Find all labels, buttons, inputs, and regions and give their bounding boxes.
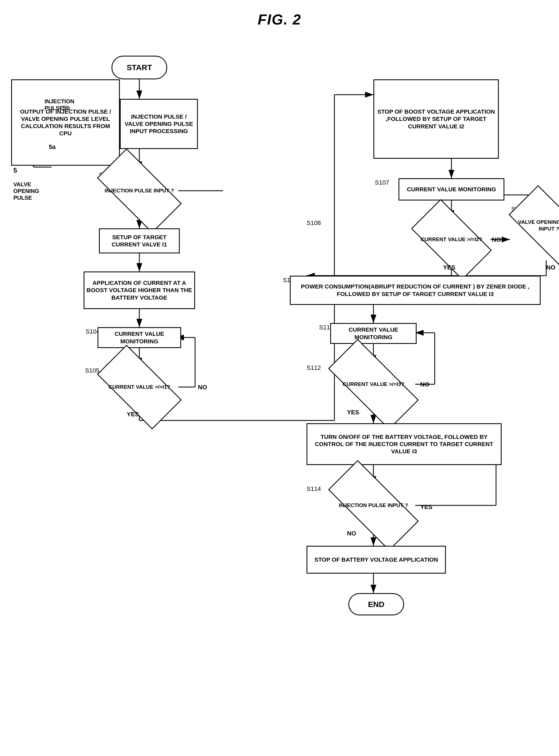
end-node: END [348, 593, 404, 615]
s110-box: POWER CONSUMPTION(ABRUPT REDUCTION OF CU… [290, 276, 541, 305]
s108-label: S108 [307, 219, 321, 227]
s114-label: S114 [307, 485, 321, 493]
s114-diamond: INJECTION PULSE INPUT ? [328, 460, 419, 550]
s108-no-label: NO [492, 236, 501, 243]
s112-label: S112 [307, 364, 321, 372]
s107-label: S107 [375, 179, 389, 186]
s115-box: STOP OF BATTERY VOLTAGE APPLICATION [307, 546, 446, 574]
s100-box: INJECTION PULSE / VALVE OPENING PULSE IN… [120, 99, 198, 149]
flowchart-diagram: START OUTPUT OF INJECTION PULSE / VALVE … [0, 33, 559, 756]
s103-box: APPLICATION OF CURRENT AT A BOOST VOLTAG… [84, 271, 195, 309]
ref-5-label: 5 [14, 166, 17, 174]
s109-no-label: NO [546, 264, 555, 271]
s113-box: TURN ON/OFF OF THE BATTERY VOLTAGE, FOLL… [307, 423, 501, 465]
cpu-output-box: OUTPUT OF INJECTION PULSE / VALVE OPENIN… [11, 79, 120, 166]
s107-box: CURRENT VALUE MONITORING [399, 178, 505, 200]
s105-diamond: CURRENT VALUE >/=I1? [97, 345, 182, 429]
s105-label: S105 [85, 367, 99, 374]
ref-5a-label: 5a [49, 143, 55, 151]
s104-box: CURRENT VALUE MONITORING [97, 327, 181, 348]
start-node: START [111, 56, 167, 79]
s112-no-label: NO [420, 381, 429, 388]
injection-pulse-label: INJECTION PULSE [45, 98, 84, 111]
s105-yes-label: YES [127, 411, 139, 418]
s102-box: SETUP OF TARGET CURRENT VALVE I1 [99, 228, 180, 253]
valve-opening-pulse-label: VALVE OPENING PULSE [14, 181, 52, 201]
s109-diamond: VALVE OPENING PULSE INPUT ? [509, 185, 559, 266]
s112-diamond: CURRENT VALUE >/=I3? [328, 339, 419, 429]
page: FIG. 2 [0, 0, 559, 756]
figure-title: FIG. 2 [0, 0, 559, 33]
s114-no-label: NO [347, 530, 356, 537]
s108-yes-label: YES [443, 264, 455, 271]
s114-yes-label: YES [420, 503, 432, 511]
s112-yes-label: YES [347, 409, 359, 416]
s105-no-label: NO [198, 384, 207, 391]
s106-box: STOP OF BOOST VOLTAGE APPLICATION ,FOLLO… [374, 79, 499, 159]
s111-box: CURRENT VALUE MONITORING [330, 323, 417, 344]
